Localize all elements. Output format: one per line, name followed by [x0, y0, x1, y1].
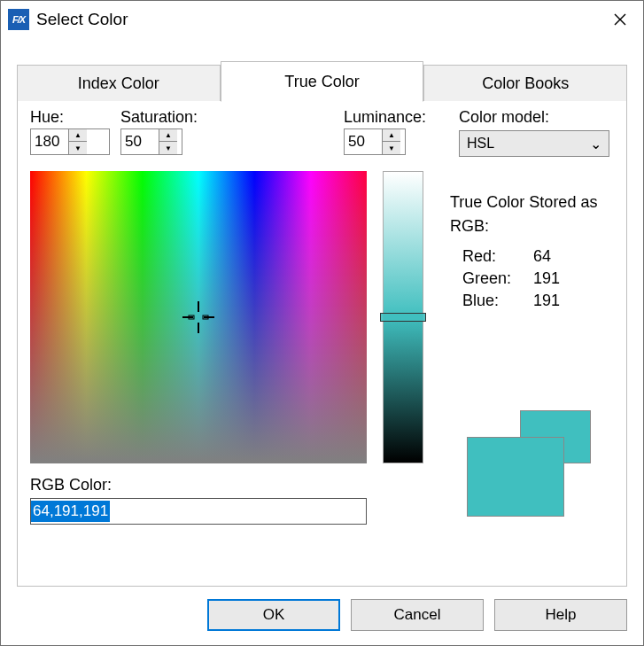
hue-spinner[interactable]: ▲ ▼	[30, 128, 110, 155]
select-color-dialog: F/X Select Color Index Color True Color …	[0, 0, 644, 646]
saturation-spin-buttons: ▲ ▼	[159, 129, 177, 154]
color-model-label: Color model:	[459, 108, 614, 127]
hue-spin-buttons: ▲ ▼	[68, 129, 87, 154]
titlebar: F/X Select Color	[1, 1, 643, 38]
luminance-spin-buttons: ▲ ▼	[382, 129, 400, 154]
red-value: 64	[533, 247, 551, 266]
blue-label: Blue:	[462, 292, 533, 310]
green-label: Green:	[462, 269, 533, 288]
hue-input[interactable]	[31, 129, 68, 154]
tab-color-books[interactable]: Color Books	[423, 65, 627, 102]
luminance-input[interactable]	[345, 129, 382, 154]
dialog-buttons: OK Cancel Help	[1, 599, 643, 645]
color-model-combo[interactable]: HSL ⌄	[459, 130, 609, 157]
saturation-block: Saturation: ▲ ▼	[120, 108, 227, 157]
color-model-value: HSL	[467, 136, 494, 152]
color-model-block: Color model: HSL ⌄	[459, 108, 614, 157]
saturation-label: Saturation:	[120, 108, 227, 127]
luminance-spin-up[interactable]: ▲	[383, 129, 400, 142]
hue-saturation-field[interactable]	[30, 171, 367, 463]
ok-button[interactable]: OK	[207, 599, 340, 631]
saturation-input[interactable]	[121, 129, 159, 154]
tab-strip: Index Color True Color Color Books	[17, 65, 627, 102]
chevron-down-icon: ⌄	[590, 136, 601, 152]
help-button[interactable]: Help	[494, 599, 627, 631]
saturation-spinner[interactable]: ▲ ▼	[120, 128, 182, 155]
saturation-spin-up[interactable]: ▲	[159, 129, 177, 142]
color-swatch	[467, 410, 591, 517]
hue-sat-gradient	[30, 171, 367, 463]
cancel-button[interactable]: Cancel	[351, 599, 484, 631]
dialog-content: Index Color True Color Color Books Hue: …	[1, 38, 643, 599]
stored-as-rgb-label: True Color Stored as RGB:	[450, 191, 614, 238]
hue-spin-down[interactable]: ▼	[69, 142, 87, 154]
luminance-marker[interactable]	[380, 313, 426, 322]
hue-label: Hue:	[30, 108, 110, 127]
luminance-block: Luminance: ▲ ▼	[344, 108, 441, 157]
luminance-spinner[interactable]: ▲ ▼	[344, 128, 406, 155]
swatch-new	[467, 437, 564, 517]
luminance-strip[interactable]	[383, 171, 423, 463]
tab-true-color[interactable]: True Color	[221, 61, 424, 102]
close-icon	[614, 13, 626, 26]
luminance-spin-down[interactable]: ▼	[383, 142, 400, 154]
tab-panel-true-color: Hue: ▲ ▼ Saturation: ▲	[17, 101, 627, 587]
window-title: Select Color	[36, 10, 601, 29]
hue-spin-up[interactable]: ▲	[69, 129, 87, 142]
tab-index-color[interactable]: Index Color	[17, 65, 221, 102]
luminance-label: Luminance:	[344, 108, 441, 127]
rgb-color-input[interactable]: 64,191,191	[30, 498, 367, 525]
blue-value: 191	[533, 292, 560, 310]
rgb-color-value: 64,191,191	[31, 501, 110, 522]
rgb-values: Red:64 Green:191 Blue:191	[462, 247, 614, 310]
close-button[interactable]	[601, 6, 640, 33]
red-label: Red:	[462, 247, 533, 266]
app-icon: F/X	[8, 9, 29, 30]
hue-block: Hue: ▲ ▼	[30, 108, 110, 157]
green-value: 191	[533, 269, 560, 288]
saturation-spin-down[interactable]: ▼	[159, 142, 177, 154]
hsl-row: Hue: ▲ ▼ Saturation: ▲	[30, 108, 614, 157]
